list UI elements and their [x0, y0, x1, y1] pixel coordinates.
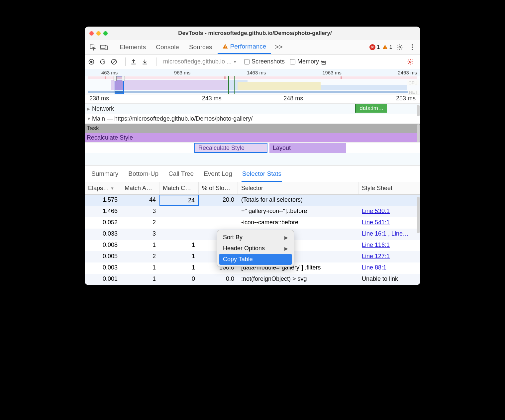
bottom-tabs: Summary Bottom-Up Call Tree Event Log Se… [85, 165, 420, 182]
tab-console[interactable]: Console [151, 41, 184, 54]
stylesheet-link[interactable]: Line 16:1 , Line… [362, 230, 409, 237]
inspect-icon[interactable] [87, 42, 98, 52]
cell-match-c: 1 [159, 251, 199, 262]
table-row[interactable]: 1.466 3 =" gallery-icon--"]::before Line… [85, 206, 420, 217]
close-button[interactable] [89, 31, 94, 36]
tick: 463 ms [101, 70, 118, 75]
tab-sources[interactable]: Sources [184, 41, 217, 54]
record-button[interactable] [88, 58, 98, 65]
scrollbar-thumb[interactable] [417, 105, 420, 116]
more-tabs-button[interactable]: >> [271, 43, 286, 51]
stylesheet-link[interactable]: Line 127:1 [362, 253, 390, 260]
overview-timeline[interactable]: 463 ms 963 ms 1463 ms 1963 ms 2463 ms CP… [85, 69, 420, 94]
table-row[interactable]: 1.575 44 24 20.0 (Totals for all selecto… [85, 195, 420, 206]
tick: 1463 ms [247, 70, 266, 75]
upload-icon[interactable] [130, 58, 140, 65]
network-label: Network [92, 105, 114, 112]
stylesheet-link[interactable]: Line 541:1 [362, 219, 390, 226]
perf-settings-icon[interactable] [407, 58, 417, 65]
cell-match-a: 1 [121, 274, 159, 285]
scrollbar-thumb[interactable] [417, 197, 420, 233]
task-bar[interactable]: Task [85, 124, 420, 133]
tab-elements[interactable]: Elements [115, 41, 151, 54]
screenshots-checkbox[interactable]: Screenshots [244, 58, 285, 65]
cell-sheet: Unable to link [358, 274, 420, 285]
reload-button[interactable] [99, 58, 109, 65]
warning-count[interactable]: 1 [382, 44, 392, 51]
recalculate-style-bar[interactable]: Recalculate Style [85, 133, 420, 142]
selection-grip-left[interactable] [114, 76, 117, 81]
layout-bar[interactable]: Layout [269, 143, 346, 153]
svg-rect-3 [105, 46, 107, 50]
sort-desc-icon: ▼ [110, 186, 114, 191]
tab-performance[interactable]: Performance [218, 40, 271, 54]
titlebar: DevTools - microsoftedge.github.io/Demos… [85, 27, 420, 40]
ctx-header-options[interactable]: Header Options ▶ [219, 243, 292, 254]
disclosure-right-icon[interactable]: ▶ [87, 106, 92, 111]
recalculate-style-selected[interactable]: Recalculate Style [194, 143, 267, 153]
main-thread-label: Main — https://microsoftedge.github.io/D… [92, 115, 252, 122]
clear-button[interactable] [111, 58, 121, 65]
network-resource[interactable]: data:im… [355, 104, 387, 113]
memory-checkbox[interactable]: Memory [290, 58, 319, 65]
tab-selector-stats[interactable]: Selector Stats [242, 168, 282, 182]
cell-match-a: 44 [121, 195, 159, 206]
garbage-collect-icon[interactable] [320, 58, 330, 65]
tab-call-tree[interactable]: Call Tree [168, 168, 194, 182]
cell-slow [199, 206, 238, 217]
memory-input[interactable] [290, 59, 295, 64]
flame-chart[interactable]: ▶ Network data:im… ▼ Main — https://micr… [85, 104, 420, 165]
svg-point-10 [412, 47, 413, 48]
context-menu: Sort By ▶ Header Options ▶ Copy Table [217, 230, 294, 267]
scrollbar-thumb[interactable] [417, 124, 420, 142]
selection-grip-right[interactable] [122, 76, 125, 81]
overview-ticks: 463 ms 963 ms 1463 ms 1963 ms 2463 ms [85, 69, 420, 76]
overview-shade [124, 76, 420, 94]
device-toolbar-icon[interactable] [99, 42, 109, 52]
tab-bottom-up[interactable]: Bottom-Up [128, 168, 159, 182]
tab-summary[interactable]: Summary [91, 168, 119, 182]
col-match-count[interactable]: Match C… [159, 182, 199, 194]
ruler-tick: 243 ms [171, 95, 253, 102]
col-stylesheet[interactable]: Style Sheet [358, 182, 420, 194]
ctx-sort-by[interactable]: Sort By ▶ [219, 232, 292, 243]
tab-performance-label: Performance [230, 43, 266, 50]
cell-match-a: 1 [121, 240, 159, 251]
disclosure-down-icon[interactable]: ▼ [87, 116, 92, 121]
tab-event-log[interactable]: Event Log [203, 168, 233, 182]
network-row[interactable]: ▶ Network data:im… [85, 104, 420, 114]
overview-selection[interactable] [115, 76, 124, 94]
perf-toolbar: microsoftedge.github.io ... ▼ Screenshot… [85, 54, 420, 69]
cell-elapsed: 0.003 [85, 262, 121, 274]
table-row[interactable]: 0.001 1 0 0.0 :not(foreignObject) > svg … [85, 274, 420, 285]
cell-match-a: 3 [121, 206, 159, 217]
warning-count-value: 1 [389, 44, 392, 51]
table-row[interactable]: 0.052 2 -icon--camera::before Line 541:1 [85, 217, 420, 229]
ctx-copy-table[interactable]: Copy Table [219, 254, 292, 265]
overview-body: CPU NET [85, 76, 420, 94]
col-percent-slow[interactable]: % of Slo… [199, 182, 238, 194]
cell-selector: (Totals for all selectors) [238, 195, 358, 206]
ruler-tick: 253 ms [334, 95, 416, 102]
error-count[interactable]: ✕ 1 [369, 44, 380, 51]
chevron-down-icon: ▼ [233, 59, 237, 64]
screenshots-input[interactable] [244, 59, 250, 64]
col-selector[interactable]: Selector [238, 182, 358, 194]
download-icon[interactable] [142, 58, 152, 65]
col-elapsed[interactable]: Elaps…▼ [85, 182, 121, 194]
submenu-arrow-icon: ▶ [284, 246, 288, 251]
main-row[interactable]: ▼ Main — https://microsoftedge.github.io… [85, 114, 420, 124]
stylesheet-link[interactable]: Line 88:1 [362, 264, 386, 271]
load-marker [234, 76, 235, 94]
profile-selector[interactable]: microsoftedge.github.io ... ▼ [161, 58, 239, 65]
cell-match-c: 1 [159, 240, 199, 251]
settings-icon[interactable] [394, 42, 405, 52]
cell-elapsed: 0.033 [85, 229, 121, 240]
kebab-menu-icon[interactable] [407, 42, 418, 52]
stylesheet-link[interactable]: Line 116:1 [362, 242, 390, 248]
svg-rect-5 [225, 48, 226, 48]
col-match-attempts[interactable]: Match A… [121, 182, 159, 194]
separator [112, 43, 112, 52]
flame-spacer [85, 153, 420, 165]
stylesheet-link[interactable]: Line 530:1 [362, 208, 390, 214]
